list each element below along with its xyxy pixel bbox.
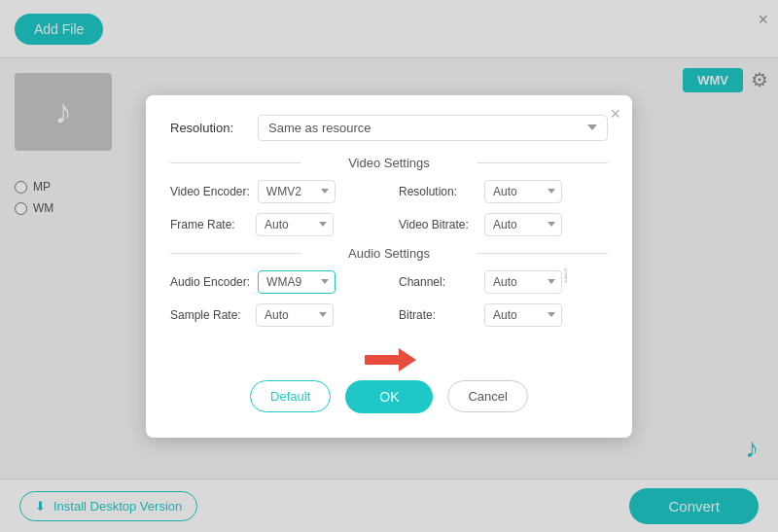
video-bitrate-label: Video Bitrate: [399,218,477,231]
svg-marker-1 [399,348,416,372]
resolution-select2[interactable]: Auto [484,180,562,203]
video-settings-grid: Video Encoder: WMV2 Resolution: Auto Fra… [170,180,608,236]
default-button[interactable]: Default [250,380,331,412]
sample-rate-label: Sample Rate: [170,308,248,322]
channel-wrapper: Auto ❕ [484,270,562,294]
resolution-select[interactable]: Same as resource [258,115,608,141]
dialog-buttons: Default OK Cancel [170,380,608,413]
channel-select[interactable]: Auto [484,270,562,294]
bitrate-row: Bitrate: Auto [399,303,608,327]
frame-rate-select[interactable]: Auto [256,213,334,236]
video-encoder-label: Video Encoder: [170,185,250,198]
audio-settings-title: Audio Settings [170,246,608,261]
audio-settings-grid: Audio Encoder: WMA9 Channel: Auto ❕ [170,270,608,327]
video-settings-title: Video Settings [170,156,608,170]
resolution-label2: Resolution: [399,185,477,198]
sample-rate-select[interactable]: Auto [256,303,334,327]
channel-label: Channel: [399,275,477,289]
video-bitrate-select[interactable]: Auto [484,213,562,236]
arrow-row [170,344,608,375]
resolution-row2: Resolution: Auto [399,180,608,203]
app-window: Add File × ♪ MP WM WMV ⚙ ♪ [0,0,778,532]
arrow-icon [363,344,416,375]
resolution-label: Resolution: [170,121,248,135]
video-bitrate-row: Video Bitrate: Auto [399,213,608,236]
bitrate-select[interactable]: Auto [484,303,562,327]
cancel-button[interactable]: Cancel [447,380,527,412]
settings-dialog: × Resolution: Same as resource Video Set… [146,95,632,438]
channel-row: Channel: Auto ❕ [399,270,608,294]
video-encoder-select[interactable]: WMV2 [258,180,336,203]
svg-rect-0 [365,355,399,365]
warning-icon: ❕ [557,267,574,283]
audio-encoder-row: Audio Encoder: WMA9 [170,270,379,294]
ok-button[interactable]: OK [345,380,433,413]
video-encoder-row: Video Encoder: WMV2 [170,180,379,203]
resolution-row: Resolution: Same as resource [170,115,608,141]
frame-rate-row: Frame Rate: Auto [170,213,379,236]
dialog-close-icon[interactable]: × [610,105,620,123]
sample-rate-row: Sample Rate: Auto [170,303,379,327]
bitrate-label: Bitrate: [399,308,477,322]
audio-encoder-label: Audio Encoder: [170,275,250,289]
audio-encoder-select[interactable]: WMA9 [258,270,336,294]
frame-rate-label: Frame Rate: [170,218,248,231]
modal-overlay: × Resolution: Same as resource Video Set… [0,0,778,532]
